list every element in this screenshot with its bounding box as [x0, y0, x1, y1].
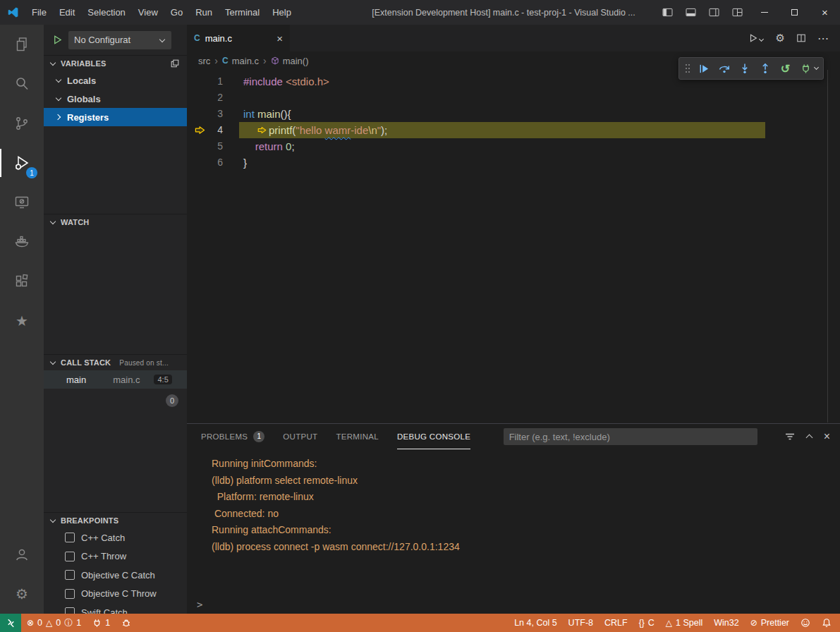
start-debugging-icon[interactable] [52, 35, 63, 45]
menu-help[interactable]: Help [266, 0, 298, 25]
more-actions-icon[interactable]: ⋯ [817, 32, 829, 45]
close-window-button[interactable]: × [810, 0, 840, 25]
line-number: 4 [205, 122, 223, 138]
activity-explorer[interactable] [0, 25, 44, 64]
menu-view[interactable]: View [132, 0, 164, 25]
editor-scrollbar-track[interactable] [827, 70, 828, 423]
status-spell-checker[interactable]: △1 Spell [660, 614, 708, 632]
watch-section-header[interactable]: WATCH [44, 214, 187, 230]
code-token: } [243, 154, 247, 171]
debug-session-chevron-icon[interactable] [814, 66, 820, 71]
breakpoint-gutter[interactable] [187, 73, 205, 90]
line-number: 1 [205, 73, 223, 90]
notifications-bell[interactable] [816, 614, 837, 632]
restart-button[interactable]: ↺ [776, 59, 795, 78]
inline-breakpoint-icon[interactable] [243, 126, 269, 135]
panel-tab-problems[interactable]: PROBLEMS1 [201, 424, 264, 449]
activity-docker[interactable] [0, 222, 44, 262]
breakpoint-objective-c-catch[interactable]: Objective C Catch [44, 566, 187, 585]
breakpoint-checkbox[interactable] [65, 552, 75, 561]
activity-accounts[interactable] [0, 535, 44, 574]
breakpoints-section-header[interactable]: BREAKPOINTS [44, 513, 187, 528]
step-over-button[interactable] [714, 59, 734, 78]
breakpoint-c-throw[interactable]: C++ Throw [44, 547, 187, 566]
close-panel-icon[interactable]: × [824, 430, 830, 443]
collapse-all-icon[interactable] [170, 59, 180, 68]
panel-tab-debug-console[interactable]: DEBUG CONSOLE [397, 424, 470, 449]
minimize-button[interactable] [749, 0, 779, 25]
status-eol[interactable]: CRLF [599, 614, 633, 632]
status-encoding[interactable]: UTF-8 [563, 614, 599, 632]
status-language-mode[interactable]: {}C [633, 614, 660, 632]
toggle-secondary-sidebar-icon[interactable] [702, 0, 726, 25]
breakpoint-checkbox[interactable] [65, 533, 75, 542]
remote-indicator[interactable] [0, 614, 21, 632]
debug-console-filter-input[interactable] [504, 428, 757, 445]
menu-file[interactable]: File [25, 0, 53, 25]
call-stack-section-header[interactable]: CALL STACK Paused on st... [44, 355, 187, 370]
run-or-debug-button[interactable] [748, 33, 765, 43]
activity-search[interactable] [0, 64, 44, 104]
activity-remote-explorer[interactable] [0, 183, 44, 222]
breakpoint-label: Objective C Throw [81, 588, 157, 599]
call-stack-frame[interactable]: main main.c 4:5 [44, 370, 187, 389]
debug-configuration-dropdown[interactable]: No Configurat [68, 31, 171, 49]
menu-go[interactable]: Go [164, 0, 189, 25]
activity-favorites[interactable]: ★ [0, 301, 44, 341]
tab-main-c[interactable]: C main.c × [187, 25, 290, 51]
step-out-button[interactable] [755, 59, 774, 78]
debug-instruction-pointer-icon[interactable] [187, 122, 205, 138]
debug-console-prompt[interactable]: > [197, 599, 202, 610]
variables-section-header[interactable]: VARIABLES [44, 56, 187, 71]
breadcrumb-separator-icon: › [214, 55, 218, 66]
customize-layout-icon[interactable] [726, 0, 749, 25]
toggle-panel-icon[interactable] [679, 0, 702, 25]
breakpoint-checkbox[interactable] [65, 570, 75, 580]
activity-settings[interactable]: ⚙ [0, 574, 44, 614]
panel-tab-terminal[interactable]: TERMINAL [336, 424, 379, 449]
breadcrumb-main-[interactable]: main() [271, 56, 309, 66]
status-platform[interactable]: Win32 [708, 614, 744, 632]
ports-status[interactable]: 1 [87, 614, 116, 632]
step-into-button[interactable] [735, 59, 754, 78]
breakpoint-checkbox[interactable] [65, 589, 75, 599]
breakpoint-gutter[interactable] [187, 154, 205, 171]
code-token: int [243, 106, 255, 122]
menu-selection[interactable]: Selection [81, 0, 131, 25]
activity-source-control[interactable] [0, 104, 44, 143]
menu-run[interactable]: Run [189, 0, 219, 25]
variables-scope-registers[interactable]: Registers [44, 108, 187, 126]
maximize-panel-chevron-icon[interactable] [806, 433, 813, 440]
close-tab-icon[interactable]: × [276, 32, 283, 44]
launch-settings-gear-icon[interactable]: ⚙ [776, 32, 785, 44]
feedback-smiley[interactable] [795, 614, 816, 632]
variables-scope-locals[interactable]: Locals [44, 71, 187, 90]
breadcrumb-main-c[interactable]: Cmain.c [222, 56, 259, 66]
toggle-primary-sidebar-icon[interactable] [656, 0, 679, 25]
breakpoint-swift-catch[interactable]: Swift Catch [44, 603, 187, 614]
breakpoint-c-catch[interactable]: C++ Catch [44, 528, 187, 547]
editor-code[interactable]: 1#include <stdio.h>23int main(){4printf(… [187, 70, 840, 423]
menu-edit[interactable]: Edit [53, 0, 81, 25]
problems-status[interactable]: ⊗ 0 △ 0 ⓘ 1 [21, 614, 87, 632]
status-cursor-position[interactable]: Ln 4, Col 5 [509, 614, 562, 632]
activity-run-and-debug[interactable]: 1 [0, 143, 44, 183]
panel-tab-output[interactable]: OUTPUT [283, 424, 317, 449]
activity-extensions[interactable] [0, 262, 44, 301]
debug-status[interactable] [116, 614, 137, 632]
toolbar-drag-grip[interactable] [686, 64, 687, 66]
split-editor-icon[interactable] [796, 33, 806, 43]
breakpoint-objective-c-throw[interactable]: Objective C Throw [44, 585, 187, 604]
breakpoint-checkbox[interactable] [65, 607, 75, 614]
breadcrumb-src[interactable]: src [198, 56, 210, 66]
continue-button[interactable] [694, 59, 713, 78]
variables-scope-globals[interactable]: Globals [44, 90, 187, 108]
breakpoint-gutter[interactable] [187, 106, 205, 122]
breakpoint-gutter[interactable] [187, 138, 205, 154]
status-prettier[interactable]: ⊘Prettier [745, 614, 795, 632]
maximize-button[interactable] [779, 0, 810, 25]
filter-lines-icon[interactable] [784, 431, 796, 442]
disconnect-button[interactable] [796, 59, 815, 78]
breakpoint-gutter[interactable] [187, 90, 205, 106]
menu-terminal[interactable]: Terminal [219, 0, 266, 25]
